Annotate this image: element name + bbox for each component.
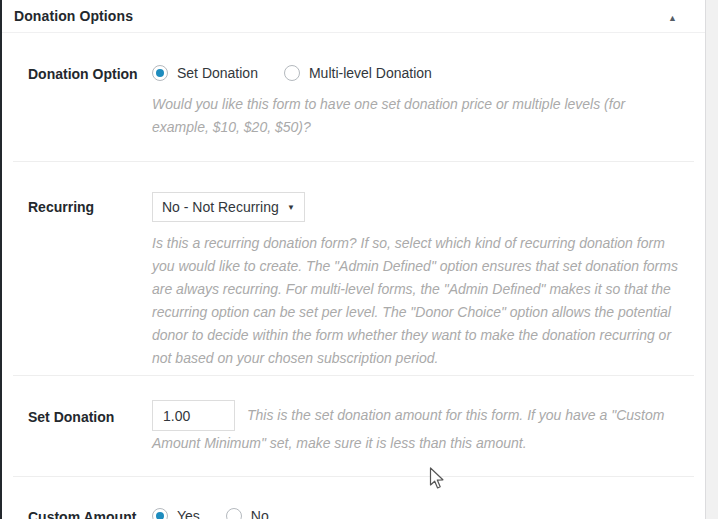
select-arrow-icon: ▼ xyxy=(287,203,295,212)
radio-button-icon[interactable] xyxy=(226,508,242,519)
custom-amount-radio-group: Yes No xyxy=(152,508,681,519)
section-donation-option: Donation Option Set Donation Multi-level… xyxy=(2,33,705,161)
section-recurring: Recurring No - Not Recurring ▼ Is this a… xyxy=(2,162,705,375)
set-donation-input[interactable] xyxy=(152,400,235,431)
panel-title: Donation Options xyxy=(14,8,133,24)
recurring-select[interactable]: No - Not Recurring ▼ xyxy=(152,192,305,222)
section-custom-amount: Custom Amount Yes No Do you want the use… xyxy=(2,477,705,519)
radio-set-donation[interactable]: Set Donation xyxy=(152,65,258,81)
donation-option-radio-group: Set Donation Multi-level Donation xyxy=(152,65,681,81)
set-donation-inline: This is the set donation amount for this… xyxy=(152,400,681,455)
collapse-arrow-icon: ▲ xyxy=(668,13,677,23)
radio-button-icon[interactable] xyxy=(152,65,168,81)
radio-custom-amount-no[interactable]: No xyxy=(226,508,269,519)
radio-custom-amount-yes[interactable]: Yes xyxy=(152,508,200,519)
radio-set-donation-label: Set Donation xyxy=(177,65,258,81)
collapse-toggle-button[interactable]: ▲ xyxy=(652,7,693,26)
donation-option-label: Donation Option xyxy=(2,65,152,139)
donation-option-field: Set Donation Multi-level Donation Would … xyxy=(152,65,697,139)
recurring-field: No - Not Recurring ▼ Is this a recurring… xyxy=(152,192,697,370)
set-donation-field: This is the set donation amount for this… xyxy=(152,400,697,455)
radio-no-label: No xyxy=(251,508,269,519)
recurring-description: Is this a recurring donation form? If so… xyxy=(152,232,681,370)
custom-amount-label: Custom Amount xyxy=(2,508,152,519)
recurring-select-value: No - Not Recurring xyxy=(162,199,279,215)
donation-options-screen: { "panel": { "title": "Donation Options"… xyxy=(0,0,718,519)
donation-option-description: Would you like this form to have one set… xyxy=(152,93,681,139)
donation-options-panel: Donation Options ▲ Donation Option Set D… xyxy=(2,0,706,519)
radio-multi-level-label: Multi-level Donation xyxy=(309,65,432,81)
radio-multi-level-donation[interactable]: Multi-level Donation xyxy=(284,65,432,81)
section-set-donation: Set Donation This is the set donation am… xyxy=(2,376,705,476)
radio-button-icon[interactable] xyxy=(152,508,168,519)
radio-yes-label: Yes xyxy=(177,508,200,519)
recurring-label: Recurring xyxy=(2,192,152,370)
panel-header: Donation Options ▲ xyxy=(2,0,705,33)
radio-button-icon[interactable] xyxy=(284,65,300,81)
custom-amount-field: Yes No Do you want the user to be able t… xyxy=(152,508,697,519)
set-donation-label: Set Donation xyxy=(2,400,152,455)
